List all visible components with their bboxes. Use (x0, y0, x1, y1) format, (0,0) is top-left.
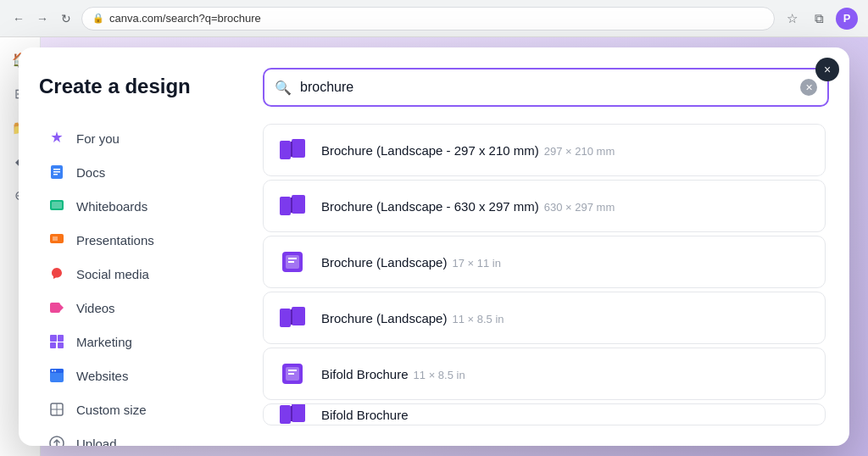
create-design-modal: × Create a design For you Docs Whiteboar… (19, 47, 849, 446)
svg-point-16 (52, 370, 53, 372)
result-item-bifold-brochure[interactable]: Bifold Brochure 11 × 8.5 in (263, 348, 826, 400)
browser-actions: ☆ ⧉ P (782, 8, 858, 30)
result-icon-brochure-landscape-11 (277, 303, 308, 333)
nav-icon-marketing (47, 332, 66, 351)
book-landscape-icon (280, 139, 305, 161)
modal-overlay: × Create a design For you Docs Whiteboar… (0, 37, 868, 456)
result-name-brochure-landscape-297: Brochure (Landscape - 297 x 210 mm) (321, 143, 539, 158)
nav-label-social-media: Social media (76, 267, 149, 281)
nav-icon-social-media (47, 264, 66, 283)
book-landscape-icon (280, 403, 305, 425)
result-dimension-brochure-landscape-630: 630 × 297 mm (544, 201, 615, 214)
bookmark-button[interactable]: ☆ (782, 8, 802, 29)
modal-title: Create a design (39, 75, 236, 98)
result-info-bifold-brochure-2: Bifold Brochure (321, 408, 409, 422)
svg-rect-29 (292, 195, 305, 214)
result-info-bifold-brochure: Bifold Brochure 11 × 8.5 in (321, 367, 465, 381)
result-item-brochure-landscape-17[interactable]: Brochure (Landscape) 17 × 11 in (263, 236, 826, 288)
svg-rect-3 (53, 174, 58, 175)
svg-rect-33 (288, 258, 297, 259)
result-icon-brochure-landscape-630 (277, 191, 308, 221)
back-button[interactable]: ← (10, 10, 27, 27)
svg-rect-13 (58, 342, 64, 348)
svg-rect-42 (280, 405, 291, 424)
svg-rect-35 (280, 309, 291, 327)
result-icon-brochure-landscape-17 (277, 247, 308, 277)
svg-rect-7 (53, 236, 58, 241)
nav-item-whiteboards[interactable]: Whiteboards (39, 190, 236, 222)
svg-rect-5 (52, 202, 62, 209)
nav-label-docs: Docs (76, 165, 105, 180)
svg-point-17 (54, 370, 56, 372)
extensions-button[interactable]: ⧉ (809, 8, 829, 29)
result-info-brochure-landscape-630: Brochure (Landscape - 630 x 297 mm) 630 … (321, 199, 615, 214)
modal-close-button[interactable]: × (815, 58, 839, 81)
nav-label-custom-size: Custom size (76, 403, 147, 417)
result-name-brochure-landscape-11: Brochure (Landscape) (321, 311, 447, 325)
svg-marker-9 (60, 304, 64, 311)
svg-rect-26 (292, 139, 305, 158)
nav-label-marketing: Marketing (76, 335, 132, 349)
svg-rect-40 (288, 370, 297, 371)
nav-icon-docs (47, 163, 66, 181)
result-name-brochure-landscape-630: Brochure (Landscape - 630 x 297 mm) (321, 199, 539, 214)
nav-icon-presentations (47, 231, 66, 249)
svg-rect-34 (288, 261, 294, 263)
search-clear-button[interactable]: ✕ (800, 79, 817, 96)
nav-item-websites[interactable]: Websites (39, 359, 236, 392)
result-name-brochure-landscape-17: Brochure (Landscape) (321, 255, 447, 270)
browser-chrome: ← → ↻ 🔒 canva.com/search?q=brochure ☆ ⧉ … (0, 0, 868, 37)
search-icon: 🔍 (275, 80, 292, 96)
result-info-brochure-landscape-297: Brochure (Landscape - 297 x 210 mm) 297 … (321, 143, 615, 158)
search-bar[interactable]: 🔍 brochure ✕ (263, 68, 829, 107)
result-icon-bifold-brochure (277, 359, 308, 389)
svg-rect-8 (50, 303, 60, 313)
result-item-brochure-landscape-297[interactable]: Brochure (Landscape - 297 x 210 mm) 297 … (263, 124, 826, 176)
nav-icon-custom-size (47, 400, 66, 419)
results-container: Brochure (Landscape - 297 x 210 mm) 297 … (263, 124, 829, 425)
svg-rect-10 (50, 335, 57, 342)
svg-rect-2 (53, 171, 60, 173)
svg-rect-28 (280, 197, 291, 215)
result-info-brochure-landscape-11: Brochure (Landscape) 11 × 8.5 in (321, 311, 504, 325)
lock-icon: 🔒 (92, 13, 104, 24)
result-item-brochure-landscape-11[interactable]: Brochure (Landscape) 11 × 8.5 in (263, 292, 826, 344)
search-input[interactable]: brochure (300, 80, 792, 95)
result-dimension-brochure-landscape-11: 11 × 8.5 in (452, 313, 504, 325)
result-item-bifold-brochure-2[interactable]: Bifold Brochure (263, 403, 826, 425)
nav-label-upload: Upload (76, 437, 117, 447)
address-bar[interactable]: 🔒 canva.com/search?q=brochure (81, 7, 775, 31)
result-name-bifold-brochure-2: Bifold Brochure (321, 408, 409, 422)
refresh-button[interactable]: ↻ (58, 10, 75, 27)
svg-rect-1 (53, 169, 60, 170)
result-dimension-brochure-landscape-17: 17 × 11 in (452, 257, 500, 270)
nav-item-docs[interactable]: Docs (39, 156, 236, 188)
result-item-brochure-landscape-630[interactable]: Brochure (Landscape - 630 x 297 mm) 630 … (263, 180, 826, 232)
nav-item-for-you[interactable]: For you (39, 122, 236, 154)
result-icon-bifold-brochure-2 (277, 403, 308, 425)
nav-item-social-media[interactable]: Social media (39, 258, 236, 290)
nav-label-whiteboards: Whiteboards (76, 199, 147, 214)
book-landscape-icon (280, 195, 305, 217)
nav-label-presentations: Presentations (76, 233, 154, 247)
svg-rect-25 (280, 141, 291, 159)
result-name-bifold-brochure: Bifold Brochure (321, 367, 409, 381)
profile-avatar[interactable]: P (836, 8, 858, 30)
nav-icon-for-you (47, 129, 66, 147)
svg-rect-30 (291, 197, 292, 213)
nav-item-videos[interactable]: Videos (39, 292, 236, 324)
forward-button[interactable]: → (34, 10, 51, 27)
result-dimension-brochure-landscape-297: 297 × 210 mm (544, 145, 615, 158)
result-icon-brochure-landscape-297 (277, 135, 308, 165)
badge-icon (281, 362, 304, 386)
nav-item-presentations[interactable]: Presentations (39, 224, 236, 256)
nav-item-custom-size[interactable]: Custom size (39, 393, 236, 425)
nav-item-upload[interactable]: Upload (39, 427, 236, 446)
url-text: canva.com/search?q=brochure (109, 12, 261, 25)
nav-icon-websites (47, 366, 66, 385)
nav-label-videos: Videos (76, 301, 115, 315)
svg-rect-11 (58, 335, 64, 342)
nav-item-marketing[interactable]: Marketing (39, 325, 236, 358)
nav-list: For you Docs Whiteboards Presentations S… (39, 122, 236, 446)
svg-rect-27 (291, 142, 292, 157)
